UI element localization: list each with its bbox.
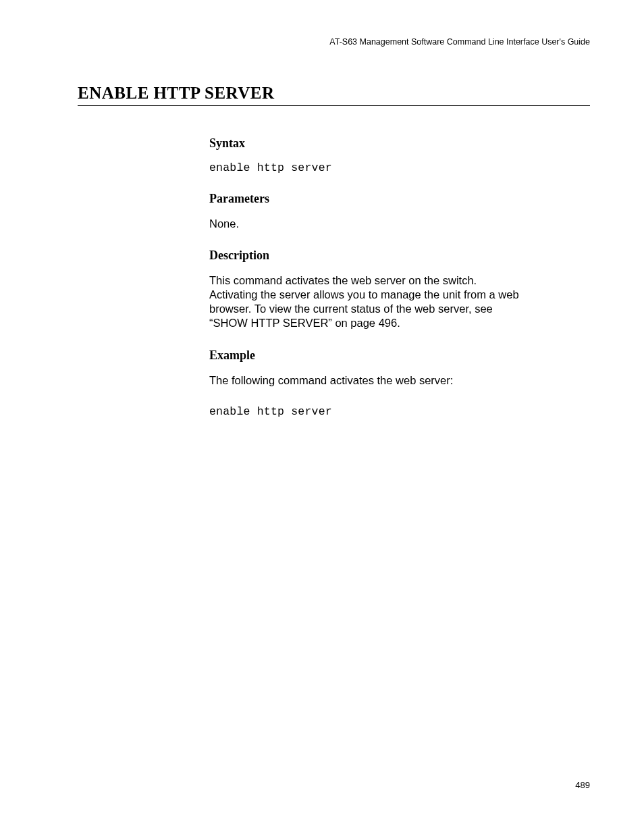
example-text: The following command activates the web …: [209, 373, 527, 388]
heading-parameters: Parameters: [209, 192, 527, 206]
title-block: ENABLE HTTP SERVER: [78, 84, 590, 106]
page-title: ENABLE HTTP SERVER: [78, 84, 590, 103]
page-number: 489: [575, 780, 590, 790]
description-text: This command activates the web server on…: [209, 273, 527, 330]
heading-description: Description: [209, 249, 527, 263]
example-code: enable http server: [209, 405, 527, 418]
parameters-text: None.: [209, 217, 527, 231]
heading-syntax: Syntax: [209, 136, 527, 151]
heading-example: Example: [209, 348, 527, 363]
content-body: Syntax enable http server Parameters Non…: [209, 136, 527, 418]
running-header: AT-S63 Management Software Command Line …: [78, 37, 590, 47]
syntax-code: enable http server: [209, 161, 527, 174]
